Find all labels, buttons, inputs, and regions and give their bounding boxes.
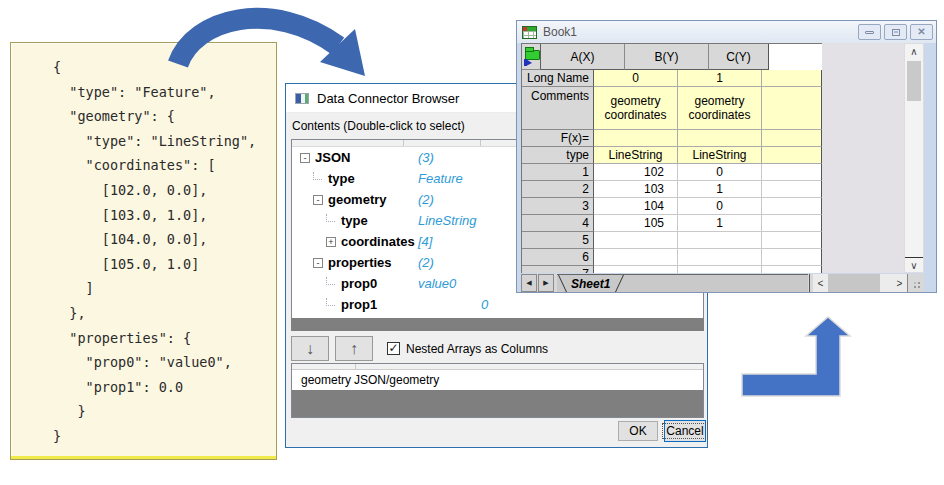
horizontal-scrollbar-track[interactable] xyxy=(880,274,892,292)
nested-arrays-checkbox[interactable]: ✓ xyxy=(387,342,400,355)
column-header-b[interactable]: B(Y) xyxy=(625,44,709,70)
restore-button[interactable] xyxy=(884,24,907,40)
cell-6-b[interactable] xyxy=(678,249,762,266)
cell-comments-b[interactable]: geometry coordinates xyxy=(678,87,762,130)
cell-4-c[interactable] xyxy=(762,215,822,232)
tree-item-label: prop0 xyxy=(341,276,377,291)
selection-list-panel: geometry JSON/geometry xyxy=(291,363,704,418)
ok-button[interactable]: OK xyxy=(618,421,658,441)
sheet-tab-sheet1[interactable]: Sheet1 xyxy=(557,275,630,292)
tree-item-label: coordinates xyxy=(341,234,415,249)
row-label-comments[interactable]: Comments xyxy=(522,87,594,130)
cell-fx-a[interactable] xyxy=(594,130,678,147)
next-sheet-button[interactable]: ▶ xyxy=(538,274,554,292)
cell-1-a[interactable]: 102 xyxy=(594,164,678,181)
row-label-long-name[interactable]: Long Name xyxy=(522,70,594,87)
cell-4-b[interactable]: 1 xyxy=(678,215,762,232)
cell-7-c[interactable] xyxy=(762,266,822,273)
row-header-1[interactable]: 1 xyxy=(522,164,594,181)
cell-5-b[interactable] xyxy=(678,232,762,249)
panel-splitter xyxy=(291,318,704,331)
cell-4-a[interactable]: 105 xyxy=(594,215,678,232)
selection-path: JSON/geometry xyxy=(354,373,439,387)
scroll-left-icon[interactable]: < xyxy=(813,274,828,292)
cell-fx-b[interactable] xyxy=(678,130,762,147)
tree-connector xyxy=(326,298,335,306)
tree-item-value: value0 xyxy=(418,276,456,291)
row-header-5[interactable]: 5 xyxy=(522,232,594,249)
tab-scroll-divider xyxy=(809,274,812,292)
tree-item-value: LineString xyxy=(418,213,477,228)
book1-title-bar[interactable]: Book1 ✕ xyxy=(517,21,936,43)
row-header-4[interactable]: 4 xyxy=(522,215,594,232)
cell-1-b[interactable]: 0 xyxy=(678,164,762,181)
cell-7-a[interactable] xyxy=(594,266,678,273)
worksheet-corner-cell[interactable] xyxy=(522,44,541,70)
cell-2-a[interactable]: 103 xyxy=(594,181,678,198)
tree-item-value: (2) xyxy=(418,255,434,270)
row-label-fx[interactable]: F(x)= xyxy=(522,130,594,147)
row-header-3[interactable]: 3 xyxy=(522,198,594,215)
cell-type-a[interactable]: LineString xyxy=(594,147,678,164)
cell-longname-b[interactable]: 1 xyxy=(678,70,762,87)
minimize-button[interactable] xyxy=(858,24,881,40)
workbook-icon xyxy=(522,26,537,39)
checkmark-icon: ✓ xyxy=(388,341,398,355)
book1-window: Book1 ✕ A(X) B(Y) C(Y) Long Name 0 1 Com… xyxy=(516,20,937,293)
cell-longname-c[interactable] xyxy=(762,70,822,87)
cell-6-c[interactable] xyxy=(762,249,822,266)
column-header-a[interactable]: A(X) xyxy=(541,44,625,70)
tree-item-label: properties xyxy=(328,255,392,270)
cancel-button-label: Cancel xyxy=(662,423,707,439)
collapse-toggle-icon[interactable]: - xyxy=(313,195,323,205)
row-header-6[interactable]: 6 xyxy=(522,249,594,266)
prev-sheet-button[interactable]: ◀ xyxy=(521,274,537,292)
cell-6-a[interactable] xyxy=(594,249,678,266)
collapse-toggle-icon[interactable]: - xyxy=(313,258,323,268)
cell-1-c[interactable] xyxy=(762,164,822,181)
vertical-scrollbar[interactable]: ∧ ∨ xyxy=(904,43,924,273)
cell-comments-c[interactable] xyxy=(762,87,822,130)
row-header-2[interactable]: 2 xyxy=(522,181,594,198)
cell-5-a[interactable] xyxy=(594,232,678,249)
tree-connector xyxy=(313,172,322,180)
close-icon: ✕ xyxy=(917,27,925,37)
scroll-down-icon[interactable]: ∨ xyxy=(905,257,923,272)
cell-5-c[interactable] xyxy=(762,232,822,249)
move-down-button[interactable]: ↓ xyxy=(291,336,329,361)
column-header-c[interactable]: C(Y) xyxy=(709,44,769,70)
collapse-toggle-icon[interactable]: - xyxy=(300,153,310,163)
tree-item-value: [4] xyxy=(418,234,432,249)
selection-list-item-geometry[interactable]: geometry JSON/geometry xyxy=(292,370,703,390)
tree-item-prop1[interactable]: prop1 0 xyxy=(292,294,703,315)
horizontal-scrollbar-thumb[interactable] xyxy=(828,274,880,292)
cell-comments-a[interactable]: geometry coordinates xyxy=(594,87,678,130)
row-label-type[interactable]: type xyxy=(522,147,594,164)
move-up-button[interactable]: ↑ xyxy=(335,336,373,361)
cell-3-b[interactable]: 0 xyxy=(678,198,762,215)
vertical-scrollbar-thumb[interactable] xyxy=(907,61,921,101)
scroll-right-icon[interactable]: > xyxy=(892,274,907,292)
cancel-button[interactable]: Cancel xyxy=(664,420,706,442)
close-button[interactable]: ✕ xyxy=(910,24,933,40)
tree-item-label: JSON xyxy=(315,150,350,165)
sheet-tab-bar: ◀ ▶ Sheet1 < > xyxy=(521,274,924,292)
nested-arrays-checkbox-label[interactable]: Nested Arrays as Columns xyxy=(406,342,548,356)
scroll-up-icon[interactable]: ∧ xyxy=(905,44,923,59)
cell-3-c[interactable] xyxy=(762,198,822,215)
cell-2-c[interactable] xyxy=(762,181,822,198)
cell-type-b[interactable]: LineString xyxy=(678,147,762,164)
cell-longname-a[interactable]: 0 xyxy=(594,70,678,87)
cell-3-a[interactable]: 104 xyxy=(594,198,678,215)
cell-type-c[interactable] xyxy=(762,147,822,164)
resize-grip[interactable] xyxy=(907,274,924,292)
selection-name: geometry xyxy=(292,373,354,387)
expand-toggle-icon[interactable]: + xyxy=(326,237,336,247)
cell-fx-c[interactable] xyxy=(762,130,822,147)
row-header-7[interactable]: 7 xyxy=(522,266,594,273)
cell-7-b[interactable] xyxy=(678,266,762,273)
restore-icon xyxy=(892,29,900,36)
cell-2-b[interactable]: 1 xyxy=(678,181,762,198)
prev-sheet-icon: ◀ xyxy=(526,279,531,287)
connector-arrow-icon xyxy=(524,59,527,66)
